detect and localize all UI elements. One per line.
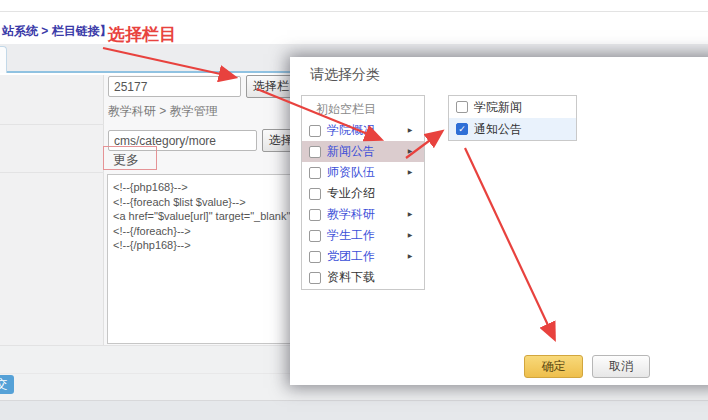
more-link[interactable]: 更多 [113, 151, 139, 169]
category-item[interactable]: ✓通知公告 [449, 118, 576, 140]
expand-arrow-icon: ▶ [408, 169, 413, 176]
code-line: <a href="$value[url]" target="_blank">MO… [113, 209, 290, 224]
checkbox[interactable] [309, 125, 321, 137]
expand-arrow-icon: ▶ [408, 211, 413, 218]
category-picker-dialog: 请选择分类 初始空栏目 学院概况▶新闻公告▶师资队伍▶专业介绍教学科研▶学生工作… [290, 57, 708, 385]
code-line: <!--{/foreach}--> [113, 224, 290, 239]
checkbox[interactable] [309, 146, 321, 158]
category-item-label: 师资队伍 [327, 164, 375, 181]
expand-arrow-icon: ▶ [408, 127, 413, 134]
footer-band [0, 400, 708, 420]
code-line: <!--{/php168}--> [113, 238, 290, 253]
category-item-label: 教学科研 [327, 206, 375, 223]
category-item[interactable]: 师资队伍▶ [302, 162, 424, 183]
checkbox[interactable] [309, 230, 321, 242]
breadcrumb[interactable]: 站系统 > 栏目链接】 [2, 23, 112, 40]
category-item[interactable]: 学院概况▶ [302, 120, 424, 141]
row-divider [0, 172, 104, 173]
top-strip [0, 0, 708, 12]
category-item-label: 专业介绍 [327, 185, 375, 202]
ok-button[interactable]: 确定 [524, 355, 583, 378]
checkbox[interactable] [309, 272, 321, 284]
category-item[interactable]: 学院新闻 [449, 96, 576, 118]
expand-arrow-icon: ▶ [408, 148, 413, 155]
code-line: <!--{foreach $list $value}--> [113, 195, 290, 210]
expand-arrow-icon: ▶ [408, 253, 413, 260]
category-item-label: 新闻公告 [327, 143, 375, 160]
category-tree-header: 初始空栏目 [302, 96, 424, 120]
category-item-label: 资料下载 [327, 269, 375, 286]
category-id-input[interactable] [108, 76, 241, 97]
category-item-label: 通知公告 [474, 121, 522, 138]
category-path-text: 教学科研 > 教学管理 [108, 103, 218, 120]
row-divider [0, 124, 104, 125]
annotation-select-category-label: 选择栏目 [108, 23, 176, 46]
code-line: <!--{php168}--> [113, 180, 290, 195]
checkbox[interactable] [309, 167, 321, 179]
category-tree-panel: 初始空栏目 学院概况▶新闻公告▶师资队伍▶专业介绍教学科研▶学生工作▶党团工作▶… [301, 95, 425, 290]
tab-fragment[interactable] [0, 46, 7, 73]
checkbox-checked[interactable]: ✓ [456, 123, 468, 135]
category-item-label: 学院概况 [327, 122, 375, 139]
category-item[interactable]: 党团工作▶ [302, 246, 424, 267]
annotation-more-box: 更多 [103, 146, 157, 170]
screen: 站系统 > 栏目链接】 选择栏目 选择栏目 教学科研 > 教学管理 选择模板 更… [0, 0, 708, 420]
template-code-textarea[interactable]: <!--{php168}--><!--{foreach $list $value… [107, 174, 291, 344]
subcategory-panel: 学院新闻✓通知公告 [448, 95, 577, 141]
category-item-label: 学生工作 [327, 227, 375, 244]
checkbox[interactable] [456, 101, 468, 113]
category-tree-items: 学院概况▶新闻公告▶师资队伍▶专业介绍教学科研▶学生工作▶党团工作▶资料下载 [302, 120, 424, 288]
category-item-label: 党团工作 [327, 248, 375, 265]
form-label-column [0, 75, 104, 345]
cancel-button[interactable]: 取消 [592, 355, 650, 378]
expand-arrow-icon: ▶ [408, 232, 413, 239]
category-item[interactable]: 学生工作▶ [302, 225, 424, 246]
checkbox[interactable] [309, 209, 321, 221]
category-item-label: 学院新闻 [474, 99, 522, 116]
category-item[interactable]: 专业介绍 [302, 183, 424, 204]
checkbox[interactable] [309, 188, 321, 200]
category-item[interactable]: 教学科研▶ [302, 204, 424, 225]
submit-button[interactable]: 提交 [0, 375, 14, 394]
breadcrumb-row: 站系统 > 栏目链接】 [0, 13, 708, 44]
dialog-title: 请选择分类 [310, 66, 380, 84]
category-item[interactable]: 新闻公告▶ [302, 141, 424, 162]
checkbox[interactable] [309, 251, 321, 263]
category-item[interactable]: 资料下载 [302, 267, 424, 288]
